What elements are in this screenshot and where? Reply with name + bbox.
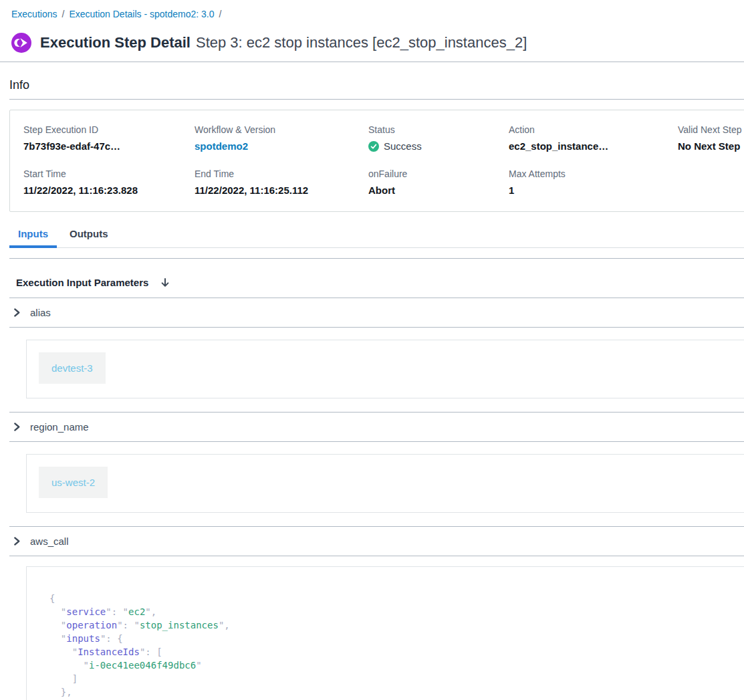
info-card: Step Execution ID 7b73f93e-edaf-47c… Wor… <box>9 110 744 212</box>
param-value-chip-alias: devtest-3 <box>39 352 106 384</box>
field-value: 7b73f93e-edaf-47c… <box>23 140 195 152</box>
section-divider <box>9 258 744 259</box>
param-content-region-name: us-west-2 <box>26 454 744 513</box>
chevron-right-icon[interactable] <box>13 536 21 546</box>
field-max-attempts: Max Attempts 1 <box>509 168 678 196</box>
param-content-aws-call: { "service": "ec2", "operation": "stop_i… <box>26 566 744 700</box>
param-row-aws-call[interactable]: aws_call <box>0 527 744 556</box>
field-workflow-version: Workflow & Version spotdemo2 <box>195 124 368 152</box>
field-label: Status <box>368 124 509 135</box>
param-row-region-name[interactable]: region_name <box>0 413 744 441</box>
row-divider <box>9 441 744 442</box>
tabs-baseline <box>9 247 744 248</box>
workflow-link[interactable]: spotdemo2 <box>195 140 368 152</box>
aws-call-code: { "service": "ec2", "operation": "stop_i… <box>49 592 744 700</box>
row-divider <box>9 327 744 328</box>
header-divider <box>0 62 744 62</box>
param-name-region-name: region_name <box>30 421 89 433</box>
field-label: Action <box>509 124 678 135</box>
status-badge: Success <box>368 140 509 152</box>
field-valid-next-step: Valid Next Step No Next Step <box>678 124 744 152</box>
info-heading: Info <box>9 78 744 92</box>
chevron-right-icon[interactable] <box>13 422 21 432</box>
param-value-chip-region-name: us-west-2 <box>39 467 108 498</box>
breadcrumb: Executions/Execution Details - spotdemo2… <box>0 0 744 21</box>
chevron-right-icon[interactable] <box>13 308 21 318</box>
breadcrumb-separator: / <box>61 9 64 19</box>
field-start-time: Start Time 11/22/2022, 11:16:23.828 <box>23 168 195 196</box>
tabs: Inputs Outputs <box>9 226 744 248</box>
page-header: Execution Step DetailStep 3: ec2 stop in… <box>11 32 744 53</box>
field-value: ec2_stop_instance… <box>509 140 678 152</box>
param-content-alias: devtest-3 <box>26 340 744 398</box>
field-value: No Next Step <box>678 140 744 152</box>
field-value: Abort <box>368 185 509 196</box>
tab-inputs[interactable]: Inputs <box>9 226 57 248</box>
breadcrumb-separator: / <box>219 9 222 19</box>
field-step-execution-id: Step Execution ID 7b73f93e-edaf-47c… <box>23 124 195 152</box>
params-header-label: Execution Input Parameters <box>16 277 148 288</box>
field-action: Action ec2_stop_instance… <box>509 124 678 152</box>
field-end-time: End Time 11/22/2022, 11:16:25.112 <box>195 168 368 196</box>
success-check-icon <box>368 141 379 152</box>
field-label: Workflow & Version <box>195 124 368 135</box>
page-subtitle: Step 3: ec2 stop instances [ec2_stop_ins… <box>196 34 527 51</box>
field-label: Start Time <box>23 168 195 179</box>
tab-outputs[interactable]: Outputs <box>61 226 117 248</box>
field-onfailure: onFailure Abort <box>368 168 509 196</box>
param-row-alias[interactable]: alias <box>0 298 744 327</box>
breadcrumb-link-executions[interactable]: Executions <box>11 9 57 19</box>
params-header: Execution Input Parameters <box>0 268 744 298</box>
status-text: Success <box>384 140 422 152</box>
breadcrumb-link-execution-details[interactable]: Execution Details - spotdemo2: 3.0 <box>69 9 214 19</box>
page-title: Execution Step Detail <box>40 34 191 51</box>
arrow-down-icon[interactable] <box>160 277 170 288</box>
param-name-alias: alias <box>30 307 51 318</box>
field-label: Valid Next Step <box>678 124 744 135</box>
field-label: End Time <box>195 168 368 179</box>
workflow-logo-icon <box>11 33 31 53</box>
param-name-aws-call: aws_call <box>30 536 69 547</box>
field-value: 11/22/2022, 11:16:25.112 <box>195 185 368 196</box>
field-value: 1 <box>509 185 678 196</box>
field-label: onFailure <box>368 168 509 179</box>
field-label: Step Execution ID <box>23 124 195 135</box>
field-value: 11/22/2022, 11:16:23.828 <box>23 185 195 196</box>
info-divider <box>9 99 744 100</box>
row-divider <box>9 556 744 556</box>
field-status: Status Success <box>368 124 509 152</box>
field-label: Max Attempts <box>509 168 678 179</box>
